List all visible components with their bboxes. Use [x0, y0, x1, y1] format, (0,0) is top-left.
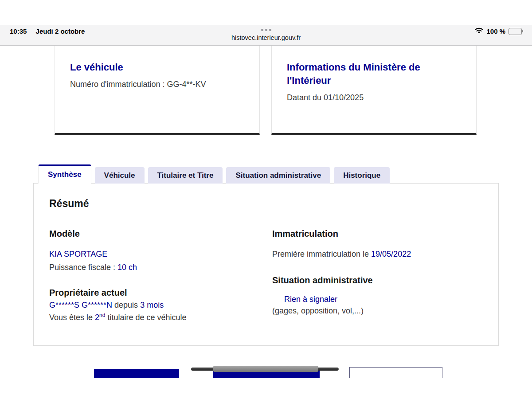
first-registration-date: 19/05/2022	[371, 250, 411, 258]
holder-prefix: Vous êtes le	[49, 313, 95, 322]
panel-title: Résumé	[49, 198, 89, 210]
owner-since-label: depuis	[112, 301, 140, 309]
battery-icon	[509, 28, 523, 35]
fiscal-power-value: 10 ch	[117, 263, 137, 272]
owner-name: G******S G******N	[49, 301, 112, 309]
dot	[269, 29, 271, 31]
data-date: Datant du 01/10/2025	[287, 93, 461, 102]
horizontal-scrollbar-thumb[interactable]	[213, 366, 318, 372]
first-registration-line: Première immatriculation le 19/05/2022	[272, 250, 411, 259]
synthese-panel: Résumé Modèle KIA SPORTAGE Puissance fis…	[33, 183, 499, 346]
dot	[261, 29, 263, 31]
ministry-card-title: Informations du Ministère de l'Intérieur	[287, 61, 433, 87]
owner-heading: Propriétaire actuel	[49, 288, 127, 298]
fiscal-power-line: Puissance fiscale : 10 ch	[49, 263, 137, 272]
ministry-card: Informations du Ministère de l'Intérieur…	[271, 46, 477, 135]
tab-bar: Synthèse Véhicule Titulaire et Titre Sit…	[38, 164, 390, 184]
wifi-icon	[475, 27, 483, 35]
tab-titulaire-et-titre[interactable]: Titulaire et Titre	[148, 167, 223, 184]
holder-number: 2	[95, 313, 99, 322]
registration-number: Numéro d'immatriculation : GG-4**-KV	[70, 80, 244, 89]
admin-status-heading: Situation administrative	[272, 275, 373, 286]
tab-situation-administrative[interactable]: Situation administrative	[226, 167, 330, 184]
fiscal-power-label: Puissance fiscale :	[49, 263, 117, 272]
first-registration-label: Première immatriculation le	[272, 250, 371, 258]
viewport-bottom-margin	[0, 378, 532, 399]
admin-status-note: (gages, opposition, vol,...)	[272, 306, 364, 316]
registration-heading: Immatriculation	[272, 229, 338, 239]
vehicle-card-title: Le véhicule	[70, 61, 244, 74]
owner-since-value: 3 mois	[140, 301, 164, 309]
owner-line: G******S G******N depuis 3 mois	[49, 301, 164, 310]
holder-line: Vous êtes le 2nd titulaire de ce véhicul…	[49, 312, 187, 322]
model-heading: Modèle	[49, 229, 80, 239]
tab-historique[interactable]: Historique	[334, 167, 390, 184]
status-bar: 10:35 Jeudi 2 octobre histovec.interieur…	[0, 25, 532, 46]
battery-percent: 100 %	[486, 27, 505, 35]
status-right: 100 %	[475, 27, 523, 35]
url-bar[interactable]: histovec.interieur.gouv.fr	[0, 34, 532, 41]
holder-suffix: titulaire de ce véhicule	[105, 313, 186, 322]
ipad-safari-screenshot: 10:35 Jeudi 2 octobre histovec.interieur…	[0, 0, 532, 399]
admin-status-value: Rien à signaler	[284, 295, 337, 304]
tab-vehicule[interactable]: Véhicule	[95, 167, 145, 184]
holder-ordinal: nd	[99, 312, 105, 318]
tab-synthese[interactable]: Synthèse	[38, 164, 91, 184]
model-value: KIA SPORTAGE	[49, 250, 107, 259]
vehicle-card: Le véhicule Numéro d'immatriculation : G…	[55, 46, 260, 135]
multitasking-dots-icon[interactable]	[0, 29, 532, 31]
dot	[265, 29, 267, 31]
